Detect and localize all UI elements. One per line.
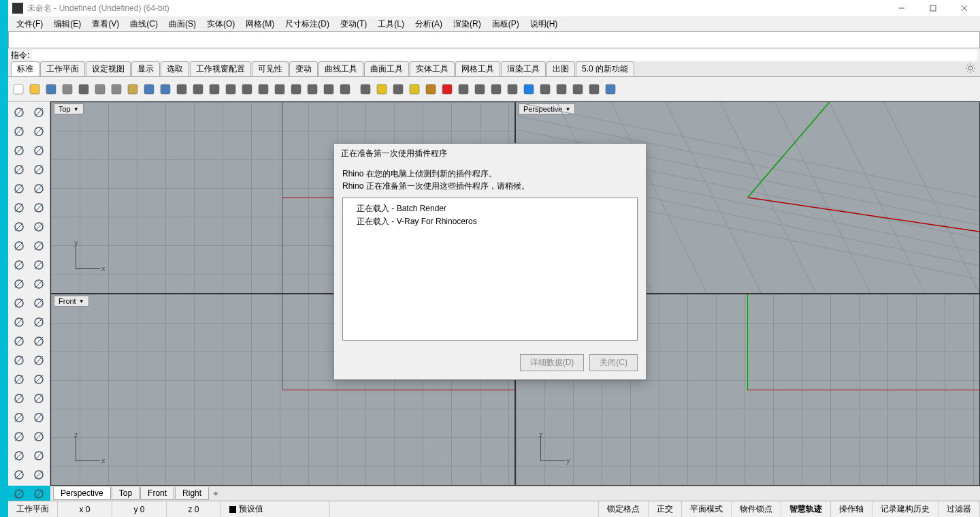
drops-tool-icon[interactable] — [29, 313, 49, 332]
sphere-dark-icon[interactable] — [489, 82, 504, 97]
print-icon[interactable] — [60, 82, 75, 97]
gear-icon[interactable] — [965, 63, 977, 75]
sun-icon[interactable] — [374, 82, 389, 97]
tooltab-可见性[interactable]: 可见性 — [252, 61, 289, 76]
zoom-in-icon[interactable] — [207, 82, 222, 97]
rect-tool-icon[interactable] — [29, 160, 49, 179]
explosion-tool-icon[interactable] — [29, 275, 49, 294]
bulb-icon[interactable] — [407, 82, 422, 97]
maximize-button[interactable] — [917, 0, 949, 16]
close-button[interactable] — [949, 0, 980, 16]
merge-tool-icon[interactable] — [10, 370, 29, 389]
zoom-out-icon[interactable] — [223, 82, 238, 97]
status-toggle-1[interactable]: 正交 — [649, 501, 682, 517]
sweep-tool-icon[interactable] — [29, 236, 49, 255]
zoom-ext-icon[interactable] — [256, 82, 271, 97]
copy-icon[interactable] — [109, 82, 124, 97]
text-tool-icon[interactable] — [10, 351, 29, 370]
status-toggle-7[interactable]: 过滤器 — [938, 501, 980, 517]
move-tool-icon[interactable] — [10, 408, 29, 427]
layers-icon[interactable] — [554, 82, 569, 97]
wrench-tool-icon[interactable] — [29, 332, 49, 351]
zoom-sel-icon[interactable] — [240, 82, 255, 97]
minimize-button[interactable] — [886, 0, 917, 16]
status-toggle-2[interactable]: 平面模式 — [682, 501, 732, 517]
menu-说明(H)[interactable]: 说明(H) — [525, 17, 564, 31]
menu-编辑(E)[interactable]: 编辑(E) — [48, 17, 86, 31]
status-toggle-3[interactable]: 物件锁点 — [732, 501, 781, 517]
sphere-tool-icon[interactable] — [10, 217, 29, 236]
undo-icon[interactable] — [142, 82, 157, 97]
gear-tool-icon[interactable] — [10, 275, 29, 294]
menu-文件(F)[interactable]: 文件(F) — [11, 17, 48, 31]
help-icon[interactable] — [603, 82, 618, 97]
pointer-tool-icon[interactable] — [10, 103, 29, 122]
blob-tool-icon[interactable] — [10, 313, 29, 332]
mesh-tool-icon[interactable] — [10, 427, 29, 446]
menu-尺寸标注(D)[interactable]: 尺寸标注(D) — [280, 17, 335, 31]
extrude-tool-icon[interactable] — [10, 236, 29, 255]
rotate-tool-tool-icon[interactable] — [29, 408, 49, 427]
tooltab-标准[interactable]: 标准 — [11, 61, 39, 76]
block-tool-icon[interactable] — [10, 389, 29, 408]
circle-icon[interactable] — [440, 82, 455, 97]
layers2-icon[interactable] — [570, 82, 585, 97]
menu-工具(L)[interactable]: 工具(L) — [372, 17, 410, 31]
viewport-front-label[interactable]: Front▼ — [54, 296, 89, 307]
sphere-rainbow-icon[interactable] — [456, 82, 471, 97]
viewport-tab-top[interactable]: Top — [112, 487, 140, 500]
status-workplane[interactable]: 工作平面 — [8, 501, 58, 517]
menu-变动(T)[interactable]: 变动(T) — [335, 17, 372, 31]
menu-渲染(R)[interactable]: 渲染(R) — [448, 17, 487, 31]
status-toggle-0[interactable]: 锁定格点 — [599, 501, 649, 517]
tooltab-实体工具[interactable]: 实体工具 — [410, 61, 455, 76]
tooltab-网格工具[interactable]: 网格工具 — [455, 61, 500, 76]
tooltab-显示[interactable]: 显示 — [131, 61, 160, 76]
command-input[interactable] — [32, 50, 977, 61]
sphere-grey-icon[interactable] — [472, 82, 487, 97]
dim-icon[interactable] — [587, 82, 602, 97]
add-viewport-tab[interactable]: ✦ — [210, 489, 222, 499]
polygon-tool-icon[interactable] — [10, 179, 29, 198]
details-button[interactable]: 详细数据(D) — [520, 354, 585, 371]
viewport-tab-front[interactable]: Front — [140, 487, 174, 500]
lasso-icon[interactable] — [289, 82, 304, 97]
sphere-blue-icon[interactable] — [505, 82, 520, 97]
world-icon[interactable] — [521, 82, 536, 97]
menu-查看(V)[interactable]: 查看(V) — [86, 17, 125, 31]
menu-曲线(C)[interactable]: 曲线(C) — [125, 17, 163, 31]
status-toggle-4[interactable]: 智慧轨迹 — [781, 501, 831, 517]
arc-tool-icon[interactable] — [10, 160, 29, 179]
tooltab-5.0 的新功能[interactable]: 5.0 的新功能 — [576, 61, 634, 76]
close-dialog-button[interactable]: 关闭(C) — [589, 354, 638, 371]
new-icon[interactable] — [11, 82, 26, 97]
trim-tool-icon[interactable] — [29, 370, 49, 389]
chain-tool-icon[interactable] — [10, 332, 29, 351]
lock-icon[interactable] — [423, 82, 438, 97]
cone-tool-icon[interactable] — [10, 255, 29, 275]
align-tool-icon[interactable] — [29, 351, 49, 370]
save-icon[interactable] — [44, 82, 59, 97]
rotate-icon[interactable] — [191, 82, 206, 97]
tooltab-渲染工具[interactable]: 渲染工具 — [501, 61, 546, 76]
torus-tool-icon[interactable] — [29, 217, 49, 236]
redo-icon[interactable] — [158, 82, 173, 97]
triangle-icon[interactable] — [391, 82, 406, 97]
viewport-tab-right[interactable]: Right — [175, 487, 209, 500]
knife-tool-icon[interactable] — [10, 294, 29, 313]
boolean-tool-icon[interactable] — [29, 255, 49, 275]
box-tool-icon[interactable] — [29, 198, 49, 217]
menu-实体(O)[interactable]: 实体(O) — [201, 17, 240, 31]
tooltab-选取[interactable]: 选取 — [161, 61, 189, 76]
tooltab-设定视图[interactable]: 设定视图 — [86, 61, 131, 76]
tooltab-工作视窗配置[interactable]: 工作视窗配置 — [190, 61, 251, 76]
curve-tool-icon[interactable] — [10, 141, 29, 160]
paste-tool-tool-icon[interactable] — [29, 294, 49, 313]
polyline-tool-icon[interactable] — [29, 122, 49, 141]
tooltab-曲面工具[interactable]: 曲面工具 — [364, 61, 409, 76]
menu-分析(A)[interactable]: 分析(A) — [410, 17, 448, 31]
check-tool-icon[interactable] — [10, 465, 29, 484]
viewport-top-label[interactable]: Top▼ — [54, 104, 84, 114]
car-icon[interactable] — [338, 82, 353, 97]
pan-icon[interactable] — [174, 82, 189, 97]
